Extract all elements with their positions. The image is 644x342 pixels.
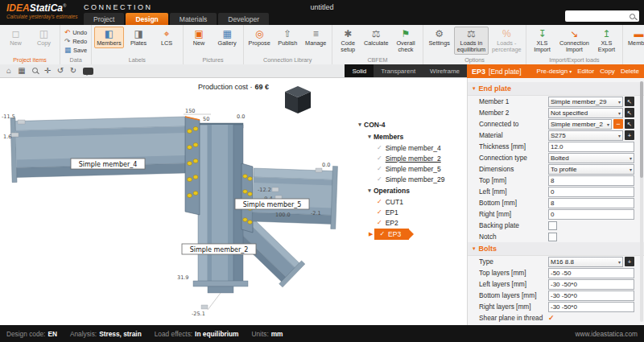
bottom-layers-input[interactable]: -30 -50*0 bbox=[548, 290, 634, 301]
left-layers-input[interactable]: -30 -50*0 bbox=[548, 279, 634, 290]
loads-percentage-button[interactable]: % Loads - percentage bbox=[490, 27, 523, 55]
publish-button[interactable]: ⇧ Publish bbox=[275, 27, 301, 48]
rotate-right-icon[interactable]: ↻ bbox=[67, 64, 80, 77]
tree-operations-header[interactable]: ▾ Operations bbox=[346, 184, 467, 196]
tree-root-con4[interactable]: ▾ CON-4 bbox=[346, 118, 467, 130]
add-bolt-type-button[interactable]: + bbox=[625, 257, 634, 266]
section-header-end-plate[interactable]: ▾ End plate bbox=[468, 82, 644, 96]
expander-icon[interactable]: ▾ bbox=[356, 122, 364, 128]
material-dropdown[interactable]: S275▾ bbox=[548, 130, 623, 141]
code-setup-button[interactable]: ✱ Code setup bbox=[335, 27, 361, 55]
calculate-button[interactable]: ⚖ Calculate bbox=[363, 27, 390, 48]
copy-project-item-button[interactable]: ◫ Copy bbox=[31, 27, 57, 48]
home-view-icon[interactable]: ⌂ bbox=[2, 64, 15, 77]
member-2-pick-button[interactable]: ↖ bbox=[625, 108, 634, 117]
member-2-dropdown[interactable]: Not specified▾ bbox=[548, 108, 623, 118]
tree-item-ep1[interactable]: ✓ EP1 bbox=[346, 207, 467, 217]
dimensions-dropdown[interactable]: To profile▾ bbox=[548, 164, 634, 175]
tab-project[interactable]: Project bbox=[84, 13, 124, 25]
tree-item-cut1[interactable]: ✓ CUT1 bbox=[346, 196, 467, 207]
tab-design[interactable]: Design bbox=[126, 13, 167, 25]
comment-bubble-icon[interactable] bbox=[83, 68, 93, 75]
logo-registered-mark: ® bbox=[63, 3, 66, 8]
top-input[interactable]: 8 bbox=[548, 175, 634, 186]
bottom-input[interactable]: 8 bbox=[548, 198, 634, 208]
connected-to-dropdown[interactable]: Simple member_2▾ bbox=[548, 119, 612, 130]
manage-button[interactable]: ≡ Manage bbox=[303, 27, 329, 48]
new-member-button[interactable]: ▬ Member bbox=[625, 27, 644, 48]
gallery-button[interactable]: ▦ Gallery bbox=[214, 27, 241, 48]
zoom-icon[interactable] bbox=[28, 64, 41, 77]
search-box[interactable] bbox=[565, 10, 639, 22]
thickness-input[interactable]: 12.0 bbox=[548, 142, 634, 152]
backing-plate-checkbox[interactable] bbox=[548, 221, 557, 230]
members-labels-button[interactable]: ◧ Members bbox=[94, 27, 123, 48]
expander-icon[interactable]: ▾ bbox=[365, 187, 374, 194]
tree-item-simple-member-29[interactable]: ✓ Simple member_29 bbox=[346, 174, 467, 184]
right-input[interactable]: 0 bbox=[548, 209, 634, 220]
mode-solid[interactable]: Solid bbox=[345, 64, 374, 77]
editor-button[interactable]: Editor bbox=[577, 68, 594, 75]
section-collapse-icon[interactable]: ▾ bbox=[473, 85, 476, 92]
tree-item-ep3-selected[interactable]: ▶ ✓ EP3 bbox=[346, 228, 467, 240]
section-collapse-icon[interactable]: ▾ bbox=[473, 245, 476, 252]
save-button[interactable]: ▦ Save bbox=[63, 46, 89, 54]
connection-type-dropdown[interactable]: Bolted▾ bbox=[548, 153, 634, 163]
scrollbar-thumb[interactable] bbox=[640, 81, 643, 178]
expander-icon[interactable]: ▾ bbox=[365, 134, 374, 140]
plates-labels-button[interactable]: ◨ Plates bbox=[126, 27, 152, 48]
redo-button[interactable]: ↷ Redo bbox=[63, 37, 89, 45]
connected-to-pick-button[interactable]: ↖ bbox=[625, 119, 634, 129]
view-cube[interactable] bbox=[285, 86, 311, 113]
member-label-5[interactable]: Simple member_5 bbox=[235, 199, 309, 209]
bolt-type-dropdown[interactable]: M16 8.8▾ bbox=[548, 257, 623, 267]
section-header-bolts[interactable]: ▾ Bolts bbox=[468, 242, 644, 256]
end-plate-right[interactable] bbox=[242, 163, 253, 233]
mode-transparent[interactable]: Transparent bbox=[374, 64, 423, 77]
tree-item-simple-member-5[interactable]: ✓ Simple member_5 bbox=[346, 163, 467, 174]
overall-check-button[interactable]: ⚑ Overall check bbox=[391, 27, 420, 55]
member-1-dropdown[interactable]: Simple member_29▾ bbox=[548, 97, 623, 107]
connection-import-button[interactable]: ↘ Connection Import bbox=[557, 27, 592, 55]
left-beam-member[interactable] bbox=[10, 113, 188, 183]
notch-checkbox[interactable] bbox=[548, 233, 557, 241]
member-1-pick-button[interactable]: ↖ bbox=[625, 97, 634, 106]
right-layers-input[interactable]: -30 -50*0 bbox=[548, 302, 634, 312]
xls-export-button[interactable]: ↥ XLS Export bbox=[593, 27, 620, 55]
copy-operation-button[interactable]: Copy bbox=[600, 68, 615, 75]
loads-in-equilibrium-button[interactable]: ⚖ Loads in equilibrium bbox=[454, 27, 488, 55]
member-label-2[interactable]: Simple member_2 bbox=[182, 244, 256, 254]
new-picture-button[interactable]: ▣ New bbox=[186, 27, 213, 48]
tree-item-simple-member-4[interactable]: ✓ Simple member_4 bbox=[346, 142, 467, 153]
tree-members-header[interactable]: ▾ Members bbox=[346, 130, 467, 142]
pan-icon[interactable]: ✛ bbox=[41, 64, 54, 77]
prop-row-material: Material S275▾ + bbox=[468, 130, 644, 141]
properties-scrollbar[interactable] bbox=[640, 81, 643, 322]
xls-import-button[interactable]: ↧ XLS Import bbox=[529, 27, 555, 55]
top-layers-input[interactable]: -50 -50 bbox=[548, 268, 634, 278]
tree-item-simple-member-2[interactable]: ✓ Simple member_2 bbox=[346, 153, 467, 163]
website-link[interactable]: www.ideastatica.com bbox=[576, 330, 638, 338]
tab-developer[interactable]: Developer bbox=[218, 13, 269, 25]
search-input[interactable] bbox=[565, 12, 630, 20]
undo-button[interactable]: ↶ Undo bbox=[63, 28, 89, 36]
rotate-left-icon[interactable]: ↺ bbox=[54, 64, 67, 77]
new-project-item-button[interactable]: ◻ New bbox=[2, 27, 29, 48]
member-label-4[interactable]: Simple member_4 bbox=[71, 159, 145, 169]
viewport-3d[interactable]: -11.5 1.6 150 50 0.0 0.0 -12.2 -9.4 100.… bbox=[0, 78, 346, 325]
viewport-3d-scene[interactable]: -11.5 1.6 150 50 0.0 0.0 -12.2 -9.4 100.… bbox=[0, 78, 346, 325]
grid-view-icon[interactable]: ▦ bbox=[15, 64, 28, 77]
tab-materials[interactable]: Materials bbox=[170, 13, 217, 25]
settings-button[interactable]: ⚙ Settings bbox=[426, 27, 452, 48]
left-input[interactable]: 0 bbox=[548, 187, 634, 197]
predesign-button[interactable]: Pre-design bbox=[537, 68, 568, 75]
delete-operation-button[interactable]: Delete bbox=[621, 68, 639, 75]
mode-wireframe[interactable]: Wireframe bbox=[423, 64, 467, 77]
propose-button[interactable]: ◎ Propose bbox=[246, 27, 273, 48]
add-material-button[interactable]: + bbox=[625, 130, 634, 140]
shear-plane-checkbox-checked[interactable]: ✓ bbox=[548, 314, 555, 322]
tree-item-ep2[interactable]: ✓ EP2 bbox=[346, 217, 467, 228]
remove-connected-button[interactable]: − bbox=[613, 119, 623, 129]
end-plate-left[interactable] bbox=[185, 117, 200, 215]
lcs-button[interactable]: ⌖ LCS bbox=[154, 27, 180, 48]
